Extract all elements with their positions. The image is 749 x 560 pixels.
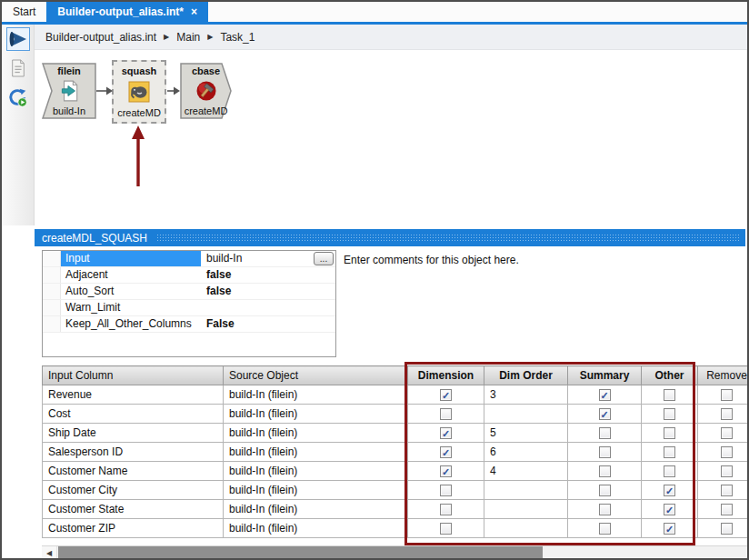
dim-order-cell[interactable]: 4 [484,462,568,481]
table-row[interactable]: Ship Datebuild-In (filein)✓5 [43,424,749,443]
node-title: filein [57,65,81,76]
dimension-cell: ✓ [408,424,484,443]
dimension-checkbox[interactable]: ✓ [440,389,452,401]
table-row[interactable]: Customer Citybuild-In (filein)✓ [43,481,749,500]
upper-region: Builder-output_alias.int ▶ Main ▶ Task_1… [2,25,747,225]
node-filein[interactable]: filein build-In [42,63,96,119]
scrollbar-thumb[interactable] [58,546,543,560]
breadcrumb-task[interactable]: Task_1 [220,31,255,44]
remove-checkbox[interactable] [721,504,733,515]
other-checkbox[interactable] [664,427,675,439]
remove-cell [698,443,749,462]
dimension-cell [408,500,484,519]
run-transform-button[interactable] [6,27,30,51]
other-checkbox[interactable]: ✓ [664,523,675,535]
dim-order-cell[interactable] [484,481,568,500]
summary-checkbox[interactable] [599,446,611,458]
property-value[interactable] [201,300,335,315]
dimension-checkbox[interactable] [440,408,452,420]
other-cell: ✓ [642,481,698,500]
summary-checkbox[interactable]: ✓ [599,389,611,401]
summary-cell [568,500,642,519]
remove-checkbox[interactable] [721,523,733,535]
property-value[interactable]: false [201,284,335,299]
table-row[interactable]: Customer Statebuild-In (filein)✓ [43,500,749,519]
property-name: Input [61,251,201,266]
flow-canvas[interactable]: filein build-In squash [35,50,747,225]
other-checkbox[interactable]: ✓ [664,485,675,496]
dim-order-cell[interactable] [484,405,568,424]
panel-title: createMDL_SQUASH [42,232,147,245]
table-row[interactable]: Costbuild-In (filein)✓ [43,405,749,424]
dimension-checkbox[interactable] [440,523,452,535]
input-column-cell: Customer State [43,500,224,519]
summary-cell [568,481,642,500]
dimension-checkbox[interactable] [440,504,452,515]
dim-order-cell[interactable]: 3 [484,385,568,405]
other-checkbox[interactable]: ✓ [664,504,675,515]
refresh-run-button[interactable] [6,85,30,109]
summary-checkbox[interactable] [599,465,611,477]
breadcrumb-file[interactable]: Builder-output_alias.int [45,31,156,44]
remove-checkbox[interactable] [721,389,733,401]
breadcrumb-main[interactable]: Main [176,31,200,44]
dim-order-cell[interactable] [484,500,568,519]
dim-order-cell[interactable] [484,519,568,538]
other-checkbox[interactable] [664,465,675,477]
comments-area[interactable]: Enter comments for this object here. [344,254,740,266]
summary-checkbox[interactable] [599,427,611,439]
close-tab-icon[interactable]: × [191,5,197,18]
remove-checkbox[interactable] [721,465,733,477]
remove-checkbox[interactable] [721,408,733,420]
other-checkbox[interactable] [664,446,675,458]
dimension-checkbox[interactable]: ✓ [440,427,452,439]
tab-builder-output-alias[interactable]: Builder-output_alias.int* × [46,2,208,22]
source-object-cell: build-In (filein) [224,424,408,443]
tab-start-label: Start [13,5,35,18]
table-row[interactable]: Salesperson IDbuild-In (filein)✓6 [43,443,749,462]
dimension-checkbox[interactable]: ✓ [440,446,452,458]
property-row-input[interactable]: Inputbuild-In... [43,251,335,267]
node-label: createMD [117,107,161,118]
column-header-summary: Summary [568,366,642,385]
table-row[interactable]: Revenuebuild-In (filein)✓3✓ [43,385,749,405]
row-gutter [43,300,61,315]
other-checkbox[interactable] [664,408,675,420]
property-row-warn_limit[interactable]: Warn_Limit [43,300,335,316]
property-value[interactable]: False [201,316,335,332]
dimension-cell [408,519,484,538]
property-row-keep_all_other_columns[interactable]: Keep_All_Other_ColumnsFalse [43,316,335,333]
property-value[interactable]: false [201,267,335,283]
table-row[interactable]: Customer ZIPbuild-In (filein)✓ [43,519,749,538]
remove-cell [698,462,749,481]
property-row-adjacent[interactable]: Adjacentfalse [43,267,335,284]
tab-start[interactable]: Start [2,2,46,22]
horizontal-scrollbar[interactable]: ◀ [42,545,747,560]
property-grid[interactable]: Inputbuild-In...AdjacentfalseAuto_Sortfa… [42,250,336,357]
dimension-cell [408,481,484,500]
summary-checkbox[interactable]: ✓ [599,408,611,420]
node-cbase[interactable]: cbase createMD [180,63,232,119]
scroll-left-button[interactable]: ◀ [42,546,57,560]
dim-order-cell[interactable]: 5 [484,424,568,443]
input-column-cell: Salesperson ID [43,443,224,462]
other-checkbox[interactable] [664,389,675,401]
remove-checkbox[interactable] [721,485,733,496]
summary-checkbox[interactable] [599,504,611,515]
summary-checkbox[interactable] [599,485,611,496]
left-toolbar [2,25,35,225]
dimension-checkbox[interactable] [440,485,452,496]
summary-checkbox[interactable] [599,523,611,535]
ellipsis-button[interactable]: ... [314,252,334,265]
other-cell [642,462,698,481]
property-row-auto_sort[interactable]: Auto_Sortfalse [43,284,335,300]
property-name: Warn_Limit [61,300,201,315]
table-row[interactable]: Customer Namebuild-In (filein)✓4 [43,462,749,481]
dim-order-cell[interactable]: 6 [484,443,568,462]
document-button[interactable] [6,56,30,80]
remove-checkbox[interactable] [721,427,733,439]
dimension-checkbox[interactable]: ✓ [440,465,452,477]
node-squash[interactable]: squash createMD [112,60,166,124]
column-mapping-table: Input ColumnSource ObjectDimensionDim Or… [42,365,749,538]
remove-checkbox[interactable] [721,446,733,458]
